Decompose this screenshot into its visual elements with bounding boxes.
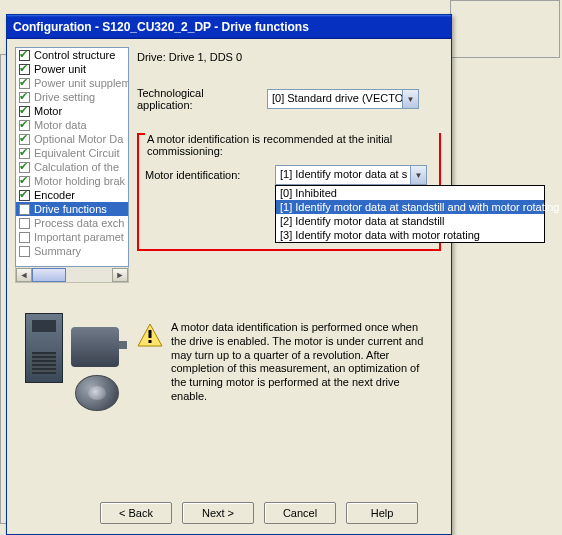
checkbox-icon: [19, 50, 30, 61]
encoder-icon: [75, 375, 119, 411]
background-frame-top: [450, 0, 560, 58]
motor-icon: [71, 327, 119, 367]
checkbox-icon: [19, 64, 30, 75]
nav-item[interactable]: Summary: [16, 244, 128, 258]
svg-rect-2: [149, 340, 152, 343]
nav-item[interactable]: Process data exch: [16, 216, 128, 230]
nav-item[interactable]: Motor: [16, 104, 128, 118]
checkbox-icon: [19, 176, 30, 187]
window-titlebar[interactable]: Configuration - S120_CU320_2_DP - Drive …: [7, 15, 451, 39]
config-window: Configuration - S120_CU320_2_DP - Drive …: [6, 14, 452, 535]
device-illustration: [15, 313, 129, 413]
warning-icon: [137, 323, 163, 347]
motor-id-combo[interactable]: [1] Identify motor data at s ▼: [275, 165, 427, 185]
scroll-thumb[interactable]: [32, 268, 66, 282]
nav-item-label: Encoder: [34, 189, 75, 201]
nav-item-label: Optional Motor Da: [34, 133, 123, 145]
drive-label: Drive: Drive 1, DDS 0: [137, 51, 441, 63]
tech-application-row: Technological application: [0] Standard …: [137, 87, 441, 111]
checkbox-icon: [19, 78, 30, 89]
scroll-left-arrow-icon[interactable]: ◄: [16, 268, 32, 282]
nav-item[interactable]: Power unit: [16, 62, 128, 76]
dropdown-option[interactable]: [2] Identify motor data at standstill: [276, 214, 544, 228]
content-panel: Drive: Drive 1, DDS 0 Technological appl…: [135, 47, 443, 492]
nav-item-label: Calculation of the: [34, 161, 119, 173]
dropdown-option[interactable]: [1] Identify motor data at standstill an…: [276, 200, 544, 214]
nav-item[interactable]: Equivalent Circuit: [16, 146, 128, 160]
nav-item-label: Summary: [34, 245, 81, 257]
back-button[interactable]: < Back: [100, 502, 172, 524]
left-column: Control structurePower unitPower unit su…: [15, 47, 129, 492]
dropdown-arrow-icon[interactable]: ▼: [402, 90, 418, 108]
nav-list[interactable]: Control structurePower unitPower unit su…: [15, 47, 129, 267]
tech-application-value: [0] Standard drive (VECTOR: [268, 90, 402, 108]
checkbox-icon: [19, 204, 30, 215]
motor-id-row: Motor identification: [1] Identify motor…: [145, 165, 433, 185]
nav-item[interactable]: Motor holding brak: [16, 174, 128, 188]
nav-item-label: Process data exch: [34, 217, 125, 229]
nav-item-label: Drive setting: [34, 91, 95, 103]
checkbox-icon: [19, 218, 30, 229]
nav-item-label: Equivalent Circuit: [34, 147, 120, 159]
nav-item-label: Drive functions: [34, 203, 107, 215]
nav-horizontal-scrollbar[interactable]: ◄ ►: [15, 267, 129, 283]
nav-item[interactable]: Optional Motor Da: [16, 132, 128, 146]
cancel-button[interactable]: Cancel: [264, 502, 336, 524]
checkbox-icon: [19, 120, 30, 131]
nav-item[interactable]: Calculation of the: [16, 160, 128, 174]
nav-item-label: Power unit supplem: [34, 77, 128, 89]
help-button[interactable]: Help: [346, 502, 418, 524]
motor-id-dropdown-list[interactable]: [0] Inhibited[1] Identify motor data at …: [275, 185, 545, 243]
wizard-button-row: < Back Next > Cancel Help: [15, 492, 443, 526]
dropdown-option[interactable]: [3] Identify motor data with motor rotat…: [276, 228, 544, 242]
nav-item-label: Important paramet: [34, 231, 124, 243]
motor-id-label: Motor identification:: [145, 169, 265, 181]
dropdown-arrow-icon[interactable]: ▼: [410, 166, 426, 184]
nav-item[interactable]: Drive functions: [16, 202, 128, 216]
scroll-right-arrow-icon[interactable]: ►: [112, 268, 128, 282]
motor-id-group-label: A motor identification is recommended at…: [145, 133, 439, 157]
nav-item[interactable]: Control structure: [16, 48, 128, 62]
checkbox-icon: [19, 92, 30, 103]
checkbox-icon: [19, 232, 30, 243]
nav-item[interactable]: Power unit supplem: [16, 76, 128, 90]
next-button[interactable]: Next >: [182, 502, 254, 524]
checkbox-icon: [19, 148, 30, 159]
tech-application-combo[interactable]: [0] Standard drive (VECTOR ▼: [267, 89, 419, 109]
nav-item[interactable]: Motor data: [16, 118, 128, 132]
nav-item-label: Motor: [34, 105, 62, 117]
nav-item-label: Control structure: [34, 49, 115, 61]
window-client: Control structurePower unitPower unit su…: [7, 39, 451, 534]
window-title: Configuration - S120_CU320_2_DP - Drive …: [13, 20, 309, 34]
checkbox-icon: [19, 190, 30, 201]
nav-item[interactable]: Important paramet: [16, 230, 128, 244]
info-row: A motor data identification is performed…: [137, 321, 441, 404]
motor-id-group: A motor identification is recommended at…: [137, 133, 441, 251]
checkbox-icon: [19, 162, 30, 173]
nav-item-label: Power unit: [34, 63, 86, 75]
info-text: A motor data identification is performed…: [171, 321, 435, 404]
nav-item[interactable]: Encoder: [16, 188, 128, 202]
dropdown-option[interactable]: [0] Inhibited: [276, 186, 544, 200]
nav-item-label: Motor holding brak: [34, 175, 125, 187]
tech-application-label: Technological application:: [137, 87, 257, 111]
checkbox-icon: [19, 134, 30, 145]
checkbox-icon: [19, 106, 30, 117]
drive-unit-icon: [25, 313, 63, 383]
nav-item[interactable]: Drive setting: [16, 90, 128, 104]
svg-rect-1: [149, 330, 152, 338]
nav-item-label: Motor data: [34, 119, 87, 131]
motor-id-value: [1] Identify motor data at s: [276, 166, 410, 184]
checkbox-icon: [19, 246, 30, 257]
